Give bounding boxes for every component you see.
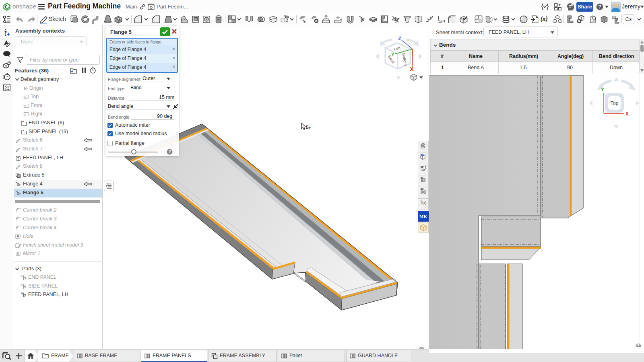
svg-text:?: ? xyxy=(598,4,601,10)
svg-text:Top: Top xyxy=(610,101,618,106)
svg-text:(x): (x) xyxy=(422,201,427,205)
svg-text:Z: Z xyxy=(398,36,401,41)
svg-text:X: X xyxy=(625,111,629,117)
svg-text:X: X xyxy=(410,66,414,72)
svg-text:Y: Y xyxy=(601,87,604,93)
svg-text:?: ? xyxy=(168,149,171,154)
svg-text:?: ? xyxy=(8,62,10,64)
svg-text:Y: Y xyxy=(391,52,395,58)
